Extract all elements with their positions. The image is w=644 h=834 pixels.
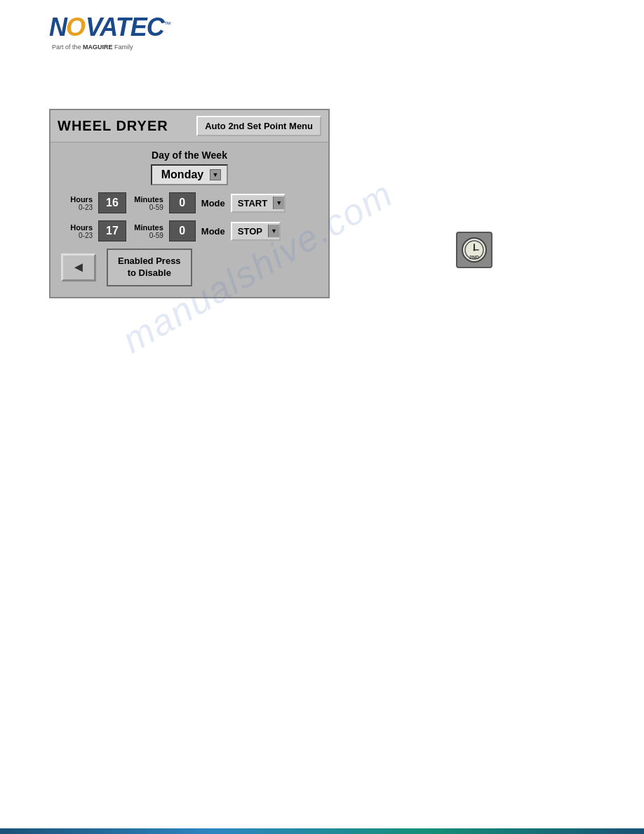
stop-mode-value: STOP	[232, 223, 268, 239]
day-dropdown-arrow-icon[interactable]: ▼	[210, 169, 221, 180]
stop-minutes-value[interactable]: 0	[169, 220, 196, 241]
stop-time-row: Hours 0-23 17 Minutes 0-59 0 Mode STOP ▼	[61, 220, 318, 241]
start-minutes-label: Minutes	[134, 195, 163, 204]
stop-mode-dropdown-arrow-icon[interactable]: ▼	[268, 225, 279, 237]
start-time-row: Hours 0-23 16 Minutes 0-59 0 Mode START …	[61, 192, 318, 213]
stop-hours-label-group: Hours 0-23	[61, 223, 93, 239]
logo-brand: MAGUIRE	[83, 44, 113, 51]
stop-mode-dropdown[interactable]: STOP ▼	[231, 222, 281, 241]
enable-disable-button[interactable]: Enabled Press to Disable	[107, 249, 192, 286]
stop-hours-value[interactable]: 17	[98, 220, 126, 241]
panel-body: Day of the Week Monday ▼ Hours 0-23 16 M…	[51, 143, 328, 297]
logo-letter-o: O	[66, 13, 86, 42]
day-section: Day of the Week Monday ▼	[61, 150, 318, 185]
bottom-bar	[0, 828, 644, 834]
stop-hours-label: Hours	[70, 223, 93, 232]
logo-subtitle: Part of the MAGUIRE Family	[52, 44, 133, 51]
logo-letters-vatec: VATEC™	[86, 13, 170, 42]
day-dropdown[interactable]: Monday ▼	[151, 164, 228, 185]
logo-tm: ™	[164, 20, 170, 28]
enable-button-line2: to Disable	[128, 267, 171, 278]
panel-header: WHEEL DRYER Auto 2nd Set Point Menu	[51, 110, 328, 143]
start-minutes-value[interactable]: 0	[169, 192, 196, 213]
start-minutes-label-group: Minutes 0-59	[132, 195, 163, 211]
stop-minutes-range: 0-59	[149, 232, 163, 239]
start-hours-label: Hours	[70, 195, 93, 204]
start-mode-dropdown[interactable]: START ▼	[231, 194, 286, 213]
stop-minutes-label-group: Minutes 0-59	[132, 223, 163, 239]
clock-2nd-icon: 2ND	[456, 232, 492, 268]
bottom-row: ◄ Enabled Press to Disable	[61, 249, 318, 286]
start-hours-label-group: Hours 0-23	[61, 195, 93, 211]
clock-face: 2ND	[462, 237, 487, 263]
enable-button-line1: Enabled Press	[118, 256, 181, 266]
svg-point-3	[474, 249, 476, 251]
panel-title: WHEEL DRYER	[58, 118, 168, 134]
start-mode-dropdown-arrow-icon[interactable]: ▼	[273, 197, 284, 209]
clock-icon-container: 2ND	[456, 232, 492, 268]
auto-menu-button[interactable]: Auto 2nd Set Point Menu	[196, 116, 321, 136]
stop-mode-label: Mode	[201, 226, 225, 237]
logo-letter-n: N	[49, 13, 66, 42]
back-arrow-icon: ◄	[72, 259, 86, 275]
start-mode-label: Mode	[201, 198, 225, 208]
back-button[interactable]: ◄	[61, 253, 96, 282]
logo: N O VATEC™ Part of the MAGUIRE Family	[49, 13, 170, 51]
clock-2nd-label: 2ND	[469, 255, 479, 260]
stop-hours-range: 0-23	[79, 232, 93, 239]
start-hours-value[interactable]: 16	[98, 192, 126, 213]
start-hours-range: 0-23	[79, 204, 93, 211]
main-panel: WHEEL DRYER Auto 2nd Set Point Menu Day …	[49, 109, 330, 298]
start-minutes-range: 0-59	[149, 204, 163, 211]
start-mode-value: START	[232, 195, 273, 211]
day-dropdown-value: Monday	[158, 168, 207, 181]
stop-minutes-label: Minutes	[134, 223, 163, 232]
day-of-week-label: Day of the Week	[61, 150, 318, 161]
